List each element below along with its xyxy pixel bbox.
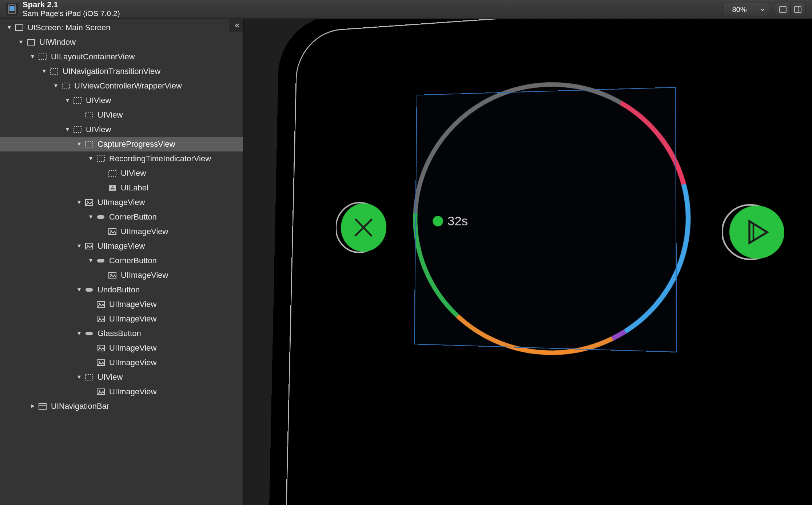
tree-row[interactable]: AUILabel [0,181,243,195]
svg-rect-26 [97,259,104,263]
zoom-value: 80% [723,3,756,16]
disclosure-triangle-icon[interactable]: ▾ [88,256,93,264]
tree-row[interactable]: ▾UIView [0,122,243,137]
tree-row-label: UIImageView [121,227,168,236]
svg-rect-39 [85,374,93,380]
svg-rect-10 [62,83,69,89]
tree-row[interactable]: ▾UIImageView [0,195,243,210]
disclosure-triangle-icon[interactable]: ▾ [65,125,70,133]
tree-row[interactable]: ▾CaptureProgressView [0,137,243,151]
disclosure-triangle-icon[interactable]: ▾ [18,38,23,46]
tree-row[interactable]: UIView [0,108,243,122]
recording-dot-icon [433,216,443,226]
tree-row-label: UINavigationTransitionView [63,67,160,76]
dashed-icon [84,140,95,148]
tree-row[interactable]: ▾UIView [0,370,243,384]
disclosure-triangle-icon[interactable]: ▾ [53,82,58,90]
disclosure-triangle-icon[interactable]: ▾ [76,373,81,381]
tree-row[interactable]: UIImageView [0,268,243,283]
tree-row-label: UIImageView [109,300,156,309]
disclosure-triangle-icon[interactable]: ▾ [65,96,70,104]
image-icon [95,315,106,323]
tree-row[interactable]: ▾UIImageView [0,239,243,253]
disclosure-triangle-icon[interactable]: ▾ [7,23,12,31]
dashed-icon [72,96,83,104]
frame-icon [14,24,25,32]
svg-rect-16 [109,170,116,176]
app-icon [5,2,19,16]
play-button[interactable] [722,201,787,264]
layout-split-button[interactable] [790,3,805,16]
zoom-control[interactable]: 80% [723,3,769,16]
tree-row-label: CaptureProgressView [97,139,175,149]
tree-row-label: UIImageView [109,343,156,353]
tree-row-label: UndoButton [97,285,140,295]
disclosure-triangle-icon[interactable]: ▾ [76,198,81,206]
tree-row[interactable]: ▾UIViewControllerWrapperView [0,79,243,93]
svg-rect-7 [27,39,35,45]
tree-row[interactable]: ▾UILayoutContainerView [0,50,243,64]
tree-row[interactable]: ▾UINavigationBar [0,399,243,414]
collapse-sidebar-button[interactable] [230,19,243,32]
window-icon [37,402,48,410]
layout-single-button[interactable] [775,3,790,16]
app-title: Spark 2.1 [23,0,120,9]
tree-row[interactable]: ▾UIView [0,93,243,108]
toolbar: Spark 2.1 Sam Page's iPad (iOS 7.0.2) 80… [0,0,812,19]
tree-row[interactable]: ▾RecordingTimeIndicatorView [0,151,243,166]
recording-time-indicator: 32s [433,214,468,228]
svg-rect-4 [795,7,801,12]
cancel-button[interactable] [335,199,390,256]
tree-row-label: UIView [97,372,123,382]
tree-row[interactable]: ▾GlassButton [0,326,243,341]
svg-rect-15 [97,156,104,162]
tree-row-label: GlassButton [97,329,141,338]
image-icon [95,359,106,367]
tree-row-label: UIWindow [39,38,76,47]
tree-row[interactable]: UIImageView [0,355,243,370]
disclosure-triangle-icon[interactable]: ▾ [28,403,36,409]
image-icon [95,344,106,352]
tree-row[interactable]: ▾UINavigationTransitionView [0,64,243,79]
dashed-icon [84,111,95,119]
tree-row[interactable]: UIImageView [0,297,243,312]
tree-row-label: UIImageView [97,241,145,251]
tree-row-label: CornerButton [109,212,157,222]
svg-rect-3 [780,7,786,12]
tree-row[interactable]: ▾UIScreen: Main Screen [0,20,243,35]
tree-row-label: UIView [121,169,146,178]
svg-rect-1 [9,6,15,11]
dashed-icon [84,373,95,381]
disclosure-triangle-icon[interactable]: ▾ [76,140,81,148]
tree-row-label: UINavigationBar [51,402,109,411]
disclosure-triangle-icon[interactable]: ▾ [88,213,93,221]
tree-row[interactable]: UIImageView [0,224,243,239]
disclosure-triangle-icon[interactable]: ▾ [76,329,81,337]
pill-icon [95,213,106,221]
svg-rect-21 [97,215,104,219]
recording-time-label: 32s [447,214,468,228]
disclosure-triangle-icon[interactable]: ▾ [41,67,47,75]
view-hierarchy-sidebar[interactable]: ▾UIScreen: Main Screen▾UIWindow▾UILayout… [0,19,244,505]
dashed-icon [37,53,48,61]
image-icon [95,388,106,396]
disclosure-triangle-icon[interactable]: ▾ [30,52,35,60]
disclosure-triangle-icon[interactable]: ▾ [88,154,93,162]
frame-icon [25,38,36,46]
tree-row[interactable]: UIView [0,166,243,181]
image-icon [84,198,95,206]
canvas-viewport[interactable]: 32s [244,19,812,505]
disclosure-triangle-icon[interactable]: ▾ [76,242,81,250]
tree-row[interactable]: ▾UndoButton [0,283,243,297]
tree-row[interactable]: UIImageView [0,312,243,326]
tree-row[interactable]: ▾CornerButton [0,210,243,224]
tree-row[interactable]: ▾UIWindow [0,35,243,50]
tree-row[interactable]: ▾CornerButton [0,253,243,268]
svg-rect-14 [85,141,93,147]
disclosure-triangle-icon[interactable]: ▾ [76,285,81,293]
tree-row-label: CornerButton [109,256,157,265]
image-icon [107,271,118,279]
zoom-dropdown[interactable] [756,3,769,16]
tree-row[interactable]: UIImageView [0,341,243,355]
tree-row[interactable]: UIImageView [0,384,243,399]
